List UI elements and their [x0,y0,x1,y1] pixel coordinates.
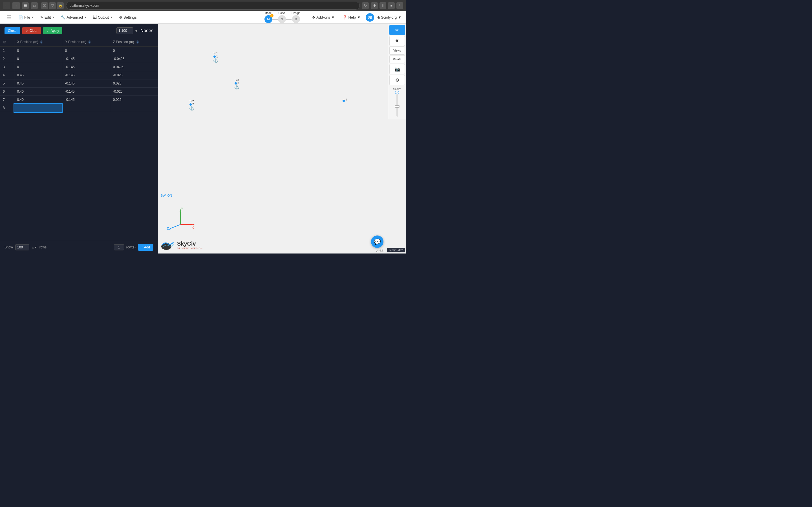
node-4-dot[interactable] [343,100,345,102]
back-button[interactable]: ← [3,2,10,9]
y-info-icon[interactable]: ⓘ [88,40,91,44]
output-menu-item[interactable]: 🖼 Output ▼ [90,13,116,21]
address-bar[interactable]: platform.skyciv.com [66,2,360,10]
reload-button[interactable]: ↻ [362,2,369,9]
cell-x[interactable] [14,104,62,112]
settings-tool-button[interactable]: ⚙ [389,75,405,86]
version-label: v4.6.5 [376,249,384,252]
cell-z[interactable]: -0.0425 [110,55,158,63]
hamburger-menu-button[interactable]: ☰ [4,13,13,22]
cell-y[interactable]: -0.145 [62,63,110,71]
close-button[interactable]: Close [4,27,20,34]
cell-x[interactable]: 0.45 [14,79,62,88]
help-chevron-icon: ▼ [357,15,361,19]
main-layout: Close ✕ Clear ✓ Apply ▼ Nodes [0,24,406,253]
rotate-label: Rotate [393,58,401,61]
rotate-button[interactable]: Rotate [389,55,405,63]
range-input[interactable] [116,27,133,34]
forward-button[interactable]: → [12,2,20,9]
clear-button[interactable]: ✕ Clear [22,27,41,34]
cell-y[interactable]: -0.145 [62,71,110,79]
col-id: ID [0,38,14,47]
rows-dropdown-icon[interactable]: ▲▼ [32,246,37,249]
cell-y[interactable]: -0.145 [62,55,110,63]
cell-id: 3 [0,63,14,71]
user-name-button[interactable]: Hi Scioly.org ▼ [376,15,402,19]
cell-z[interactable]: -0.025 [110,88,158,96]
user-initials: SB [368,15,372,19]
cell-x[interactable]: 0 [14,47,62,55]
cell-x[interactable]: 0.40 [14,96,62,104]
cell-z[interactable] [110,104,158,112]
skyciv-logo-icon [161,239,175,251]
cell-z[interactable]: 0 [110,47,158,55]
pip-button[interactable]: □ [31,2,38,9]
file-label: File [24,15,30,19]
solve-step-label: Solve [278,11,286,15]
cell-id: 6 [0,88,14,96]
help-button[interactable]: ❓ Help ▼ [340,13,363,21]
apply-button[interactable]: ✓ Apply [43,27,62,34]
cell-y[interactable]: -0.145 [62,96,110,104]
cell-y[interactable]: -0.145 [62,88,110,96]
z-info-icon[interactable]: ⓘ [136,40,139,44]
page-input[interactable] [114,244,124,250]
info-button[interactable]: ⓘ [41,2,48,9]
solve-step[interactable]: Solve S [278,11,286,23]
col-x: X Position (m) ⓘ [14,38,62,47]
shield-button[interactable]: 🛡 [49,2,56,9]
advanced-chevron-icon: ▼ [84,16,87,19]
table-row: 60.40-0.145-0.025 [0,88,158,96]
panel-footer: Show ▲▼ rows row(s) + Add [0,241,158,253]
cell-x[interactable]: 0 [14,63,62,71]
workflow-steps: Model M ! Solve S Design D [264,11,300,23]
lock-button[interactable]: 🔒 [57,2,64,9]
col-y: Y Position (m) ⓘ [62,38,110,47]
file-menu-item[interactable]: 📄 File ▼ [16,13,37,21]
menu-button[interactable]: ⋮ [396,2,403,9]
camera-button[interactable]: 📷 [389,64,405,74]
cell-z[interactable]: 0.025 [110,96,158,104]
x-info-icon[interactable]: ⓘ [40,40,43,44]
node-marker-3[interactable]: S 3 3 ⚓ [234,78,240,89]
addons-button[interactable]: ✥ Add-ons ▼ [309,13,338,21]
range-selector: ▼ [116,27,138,34]
add-label: + Add [141,245,150,249]
node-3-label: S 3 [235,78,239,82]
cell-y[interactable]: -0.145 [62,79,110,88]
add-button[interactable]: + Add [138,244,153,251]
sw-indicator: SW: ON [161,194,172,197]
download-button[interactable]: ⬇ [379,2,386,9]
extensions-button[interactable]: ⚙ [371,2,378,9]
scale-thumb[interactable] [395,105,400,108]
cell-x[interactable]: 0 [14,55,62,63]
rows-per-page-input[interactable] [15,244,29,250]
svg-text:X: X [192,226,194,229]
views-button[interactable]: Views [389,47,405,55]
chat-button[interactable]: 💬 [371,235,384,248]
cell-z[interactable]: 0.0425 [110,63,158,71]
node-marker-2[interactable]: S 2 2 ⚓ [189,100,195,110]
cell-y[interactable]: 0 [62,47,110,55]
model-step[interactable]: Model M ! [264,11,272,23]
canvas-area[interactable]: SW: ON S 1 1 ⚓ S 3 3 ⚓ S 2 2 [158,24,406,253]
cell-z[interactable]: -0.025 [110,71,158,79]
range-dropdown-icon[interactable]: ▼ [135,29,138,33]
settings-menu-item[interactable]: ⚙ Settings [116,13,140,21]
cell-z[interactable]: 0.025 [110,79,158,88]
cell-x[interactable]: 0.40 [14,88,62,96]
cell-x[interactable]: 0.45 [14,71,62,79]
advanced-menu-item[interactable]: 🔧 Advanced ▼ [58,13,90,21]
eye-tool-button[interactable]: 👁 [389,36,405,46]
cell-y[interactable] [62,104,110,112]
user-name-text: Hi Scioly.org [376,15,397,19]
design-step[interactable]: Design D [292,11,300,23]
edit-menu-item[interactable]: ✎ Edit ▼ [38,13,57,21]
pencil-tool-button[interactable]: ✏ [389,25,405,35]
sidebar-toggle-button[interactable]: ☰ [22,2,29,9]
browser-chrome: ← → ☰ □ ⓘ 🛡 🔒 platform.skyciv.com ↻ ⚙ ⬇ … [0,0,406,11]
node-3-dot [235,82,237,84]
profile-button[interactable]: ■ [388,2,395,9]
node-marker-1[interactable]: S 1 1 ⚓ [213,52,218,62]
file-chevron-icon: ▼ [31,16,34,19]
